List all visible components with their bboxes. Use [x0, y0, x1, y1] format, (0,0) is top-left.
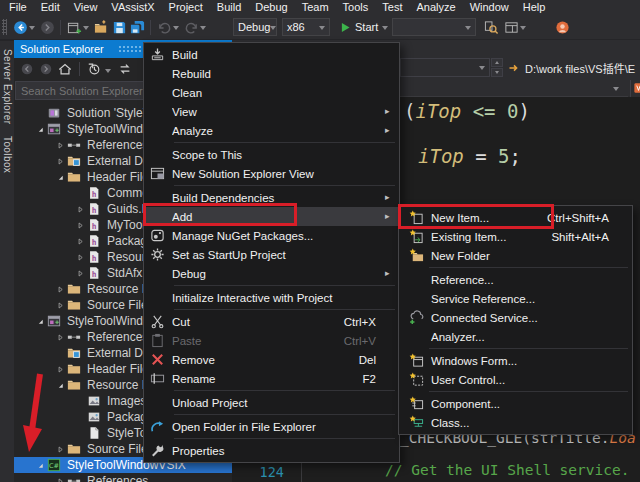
new-project-icon[interactable]	[65, 18, 83, 36]
tree-expander-icon[interactable]	[54, 361, 66, 377]
menu-item-unload-project[interactable]: Unload Project	[144, 393, 399, 412]
undo-icon[interactable]	[155, 18, 173, 36]
menu-item-initialize-interactive[interactable]: Initialize Interactive with Project	[144, 288, 399, 307]
menu-item-view[interactable]: View	[144, 102, 399, 121]
save-icon[interactable]	[110, 18, 128, 36]
menu-item-connected-service[interactable]: Connected Service...	[399, 308, 632, 327]
menu-tools[interactable]: Tools	[336, 0, 376, 15]
tree-expander-icon[interactable]	[74, 265, 86, 281]
menu-item-user-control[interactable]: User Control...	[399, 370, 632, 389]
menu-item-new-item[interactable]: New Item... Ctrl+Shift+A	[399, 208, 632, 227]
navigate-forward-icon[interactable]	[38, 18, 56, 36]
tree-expander-icon[interactable]	[54, 169, 66, 185]
tree-expander-icon[interactable]	[54, 329, 66, 345]
menu-item-paste[interactable]: Paste Ctrl+V	[144, 331, 399, 350]
save-all-icon[interactable]	[128, 18, 146, 36]
caret-down-icon[interactable]	[29, 26, 35, 33]
document-path-bar[interactable]: D:\work files\VS插件\E	[508, 58, 640, 77]
stepper[interactable]	[491, 58, 503, 77]
open-file-icon[interactable]	[92, 18, 110, 36]
toolbar-combo-empty[interactable]	[392, 18, 476, 36]
start-debug-button[interactable]: Start	[337, 17, 390, 37]
tree-expander-icon[interactable]	[54, 441, 66, 457]
menu-item-new-solution-explorer-view[interactable]: New Solution Explorer View	[144, 164, 399, 183]
menu-item-analyze[interactable]: Analyze	[144, 121, 399, 140]
menu-item-rebuild[interactable]: Rebuild	[144, 64, 399, 83]
tree-expander-icon[interactable]	[54, 377, 66, 393]
menu-window[interactable]: Window	[463, 0, 516, 15]
tree-expander-icon[interactable]	[54, 153, 66, 169]
tree-expander-icon[interactable]	[74, 201, 86, 217]
redo-icon[interactable]	[182, 18, 200, 36]
tree-expander-icon[interactable]	[34, 121, 46, 137]
menu-item-reference[interactable]: Reference...	[399, 270, 632, 289]
tree-expander-icon[interactable]	[54, 137, 66, 153]
menu-test[interactable]: Test	[375, 0, 409, 15]
tree-expander-icon[interactable]	[54, 297, 66, 313]
caret-down-icon[interactable]	[105, 69, 111, 76]
menu-item-manage-nuget-packages[interactable]: Manage NuGet Packages...	[144, 226, 399, 245]
tree-expander-icon[interactable]	[74, 249, 86, 265]
menu-item-service-reference[interactable]: Service Reference...	[399, 289, 632, 308]
menu-item-existing-item[interactable]: Existing Item... Shift+Alt+A	[399, 227, 632, 246]
menu-build[interactable]: Build	[210, 0, 248, 15]
home-icon[interactable]	[57, 61, 73, 77]
tree-expander-icon[interactable]	[54, 473, 66, 482]
menu-item-label: Set as StartUp Project	[172, 249, 376, 261]
caret-down-icon[interactable]	[200, 26, 206, 33]
tree-expander-icon[interactable]	[54, 281, 66, 297]
menu-file[interactable]: File	[2, 0, 34, 15]
caret-down-icon[interactable]	[83, 26, 89, 33]
menu-item-class[interactable]: Class...	[399, 413, 632, 432]
tree-item-references-3[interactable]: References	[14, 473, 232, 482]
menu-project[interactable]: Project	[162, 0, 210, 15]
find-in-files-icon[interactable]	[482, 18, 500, 36]
open-folder-explorer-icon	[148, 419, 166, 435]
menu-debug[interactable]: Debug	[248, 0, 294, 15]
menu-item-windows-form[interactable]: Windows Form...	[399, 351, 632, 370]
editor-combo[interactable]	[400, 58, 490, 77]
caret-down-icon[interactable]	[173, 26, 179, 33]
tree-expander-icon[interactable]	[34, 313, 46, 329]
menu-item-scope-to-this[interactable]: Scope to This	[144, 145, 399, 164]
toolbar-grip[interactable]	[2, 19, 7, 35]
navigate-back-icon[interactable]	[11, 18, 29, 36]
menu-vassistx[interactable]: VAssistX	[104, 0, 161, 15]
menu-item-debug[interactable]: Debug	[144, 264, 399, 283]
configuration-combo[interactable]: Debug	[233, 18, 277, 36]
menu-item-open-folder-in-file-explorer[interactable]: Open Folder in File Explorer	[144, 417, 399, 436]
menu-item-remove[interactable]: Remove Del	[144, 350, 399, 369]
menu-help[interactable]: Help	[516, 0, 553, 15]
menu-item-cut[interactable]: Cut Ctrl+X	[144, 312, 399, 331]
pending-changes-filter-icon[interactable]	[86, 61, 102, 77]
menu-item-properties[interactable]: Properties	[144, 441, 399, 460]
menu-item-new-folder[interactable]: New Folder	[399, 246, 632, 265]
tree-expander-icon[interactable]	[34, 457, 46, 473]
menu-item-add[interactable]: Add	[144, 207, 399, 226]
menu-team[interactable]: Team	[295, 0, 336, 15]
sidebar-tab-toolbox[interactable]: Toolbox	[2, 132, 13, 177]
menu-edit[interactable]: Edit	[34, 0, 67, 15]
menu-item-rename[interactable]: Rename F2	[144, 369, 399, 388]
menu-item-clean[interactable]: Clean	[144, 83, 399, 102]
back-icon[interactable]	[19, 61, 35, 77]
menu-analyze[interactable]: Analyze	[409, 0, 462, 15]
vassistx-icon[interactable]	[633, 81, 640, 95]
sidebar-tab-server-explorer[interactable]: Server Explorer	[2, 45, 13, 128]
forward-icon[interactable]	[38, 61, 54, 77]
menu-item-build-dependencies[interactable]: Build Dependencies	[144, 188, 399, 207]
menu-view[interactable]: View	[67, 0, 105, 15]
menu-item-shortcut: Ctrl+Shift+A	[547, 212, 609, 224]
window-layout-icon[interactable]	[502, 18, 520, 36]
menu-item-set-as-startup-project[interactable]: Set as StartUp Project	[144, 245, 399, 264]
tree-expander-icon[interactable]	[74, 217, 86, 233]
sync-with-active-document-icon[interactable]	[117, 61, 133, 77]
menu-item-analyzer[interactable]: Analyzer...	[399, 327, 632, 346]
feedback-icon[interactable]	[553, 18, 571, 36]
tree-expander-icon[interactable]	[74, 233, 86, 249]
caret-down-icon[interactable]	[520, 26, 526, 33]
menubar: FileEditViewVAssistXProjectBuildDebugTea…	[0, 0, 640, 15]
platform-combo[interactable]: x86	[282, 18, 330, 36]
menu-item-build[interactable]: Build	[144, 45, 399, 64]
menu-item-component[interactable]: Component...	[399, 394, 632, 413]
